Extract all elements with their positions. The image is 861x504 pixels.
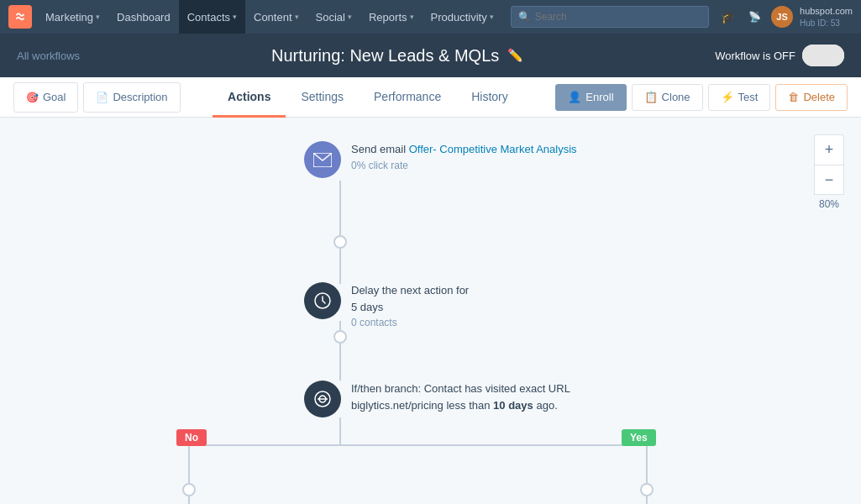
- tab-settings[interactable]: Settings: [286, 77, 359, 118]
- notifications-icon[interactable]: 📡: [745, 11, 764, 23]
- chevron-down-icon: ▾: [348, 13, 352, 21]
- graduation-icon[interactable]: 🎓: [717, 10, 738, 24]
- nav-social[interactable]: Social ▾: [307, 0, 360, 34]
- svg-point-0: [13, 9, 28, 24]
- nav-right-icons: 🎓 📡 JS hubspot.com Hub ID: 53: [717, 5, 853, 28]
- delay-node-text: Delay the next action for 5 days 0 conta…: [351, 282, 469, 330]
- nav-marketing[interactable]: Marketing ▾: [37, 0, 108, 34]
- enroll-button[interactable]: 👤 Enroll: [555, 84, 626, 111]
- nav-reports[interactable]: Reports ▾: [360, 0, 423, 34]
- tab-bar: 🎯 Goal 📄 Description Actions Settings Pe…: [0, 77, 861, 118]
- workflow-toggle[interactable]: [802, 45, 844, 66]
- enroll-icon: 👤: [568, 91, 581, 103]
- description-button[interactable]: 📄 Description: [83, 82, 180, 113]
- email-node-1-text: Send email Offer- Competitive Market Ana…: [351, 141, 577, 173]
- email-node-1[interactable]: Send email Offer- Competitive Market Ana…: [304, 141, 577, 178]
- avatar[interactable]: JS: [771, 6, 793, 28]
- tab-actions[interactable]: Actions: [213, 77, 286, 118]
- delete-button[interactable]: 🗑 Delete: [775, 84, 848, 111]
- top-navigation: Marketing ▾ Dashboard Contacts ▾ Content…: [0, 0, 861, 34]
- branch-yes-label: Yes: [622, 429, 656, 446]
- test-button[interactable]: ⚡ Test: [708, 84, 771, 111]
- sub-header: All workflows Nurturing: New Leads & MQL…: [0, 34, 861, 77]
- workflow-status: Workflow is OFF: [715, 45, 844, 66]
- tab-history[interactable]: History: [456, 77, 523, 118]
- logo-icon: [8, 5, 32, 29]
- branch-node-text: If/then branch: Contact has visited exac…: [351, 381, 603, 413]
- goal-icon: 🎯: [26, 92, 39, 103]
- edit-icon[interactable]: ✏️: [507, 48, 523, 63]
- email-link-1[interactable]: Offer- Competitive Market Analysis: [409, 143, 577, 155]
- svg-point-11: [183, 484, 195, 496]
- all-workflows-link[interactable]: All workflows: [17, 50, 80, 62]
- email-icon: [304, 141, 341, 178]
- chevron-down-icon: ▾: [233, 13, 237, 21]
- nav-productivity[interactable]: Productivity ▾: [423, 0, 502, 34]
- chevron-down-icon: ▾: [410, 13, 414, 21]
- workflow-canvas: Send email Offer- Competitive Market Ana…: [0, 118, 861, 504]
- workflow-title: Nurturing: New Leads & MQLs ✏️: [80, 46, 715, 66]
- nav-content[interactable]: Content ▾: [245, 0, 307, 34]
- clone-icon: 📋: [644, 91, 658, 103]
- chevron-down-icon: ▾: [490, 13, 494, 21]
- branch-icon: [304, 381, 341, 417]
- clock-icon: [304, 282, 341, 319]
- nav-contacts[interactable]: Contacts ▾: [179, 0, 245, 34]
- zoom-controls: + − 80%: [814, 134, 844, 210]
- svg-point-5: [334, 331, 346, 343]
- svg-point-2: [334, 236, 346, 248]
- branch-no-label: No: [176, 429, 207, 446]
- delay-node[interactable]: Delay the next action for 5 days 0 conta…: [304, 282, 469, 330]
- trash-icon: 🗑: [788, 91, 799, 103]
- branch-node[interactable]: If/then branch: Contact has visited exac…: [304, 381, 603, 417]
- tab-performance[interactable]: Performance: [359, 77, 456, 118]
- nav-dashboard[interactable]: Dashboard: [108, 0, 179, 34]
- main-tabs: Actions Settings Performance History: [184, 77, 553, 117]
- zoom-percent: 80%: [814, 198, 844, 210]
- zoom-in-button[interactable]: +: [814, 134, 844, 165]
- chevron-down-icon: ▾: [295, 13, 299, 21]
- goal-button[interactable]: 🎯 Goal: [13, 82, 78, 113]
- toggle-left: [802, 45, 823, 66]
- clone-button[interactable]: 📋 Clone: [632, 84, 703, 111]
- description-icon: 📄: [96, 92, 108, 103]
- search-box[interactable]: 🔍: [511, 6, 709, 28]
- chevron-down-icon: ▾: [96, 13, 100, 21]
- toggle-right: [823, 45, 844, 66]
- zoom-out-button[interactable]: −: [814, 165, 844, 195]
- action-buttons: 👤 Enroll 📋 Clone ⚡ Test 🗑 Delete: [555, 84, 848, 111]
- search-input[interactable]: [535, 11, 701, 23]
- lightning-icon: ⚡: [721, 91, 734, 103]
- svg-point-12: [641, 484, 653, 496]
- hubspot-info: hubspot.com Hub ID: 53: [800, 5, 853, 28]
